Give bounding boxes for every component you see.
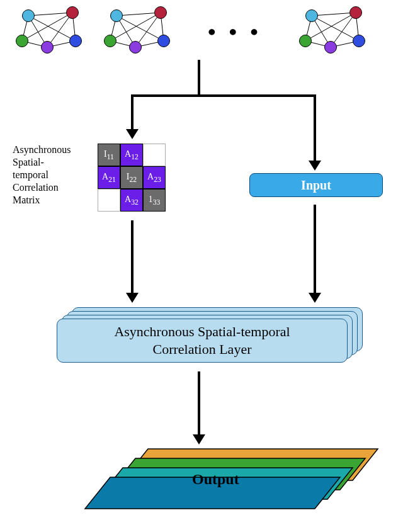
matrix-cell: A23 bbox=[143, 166, 166, 189]
matrix-cell bbox=[98, 189, 120, 212]
matrix-label-line: Asynchronous bbox=[13, 144, 71, 156]
arrow-input-head bbox=[309, 293, 321, 303]
matrix-cell: A12 bbox=[120, 144, 143, 166]
matrix-label-line: temporal bbox=[13, 169, 71, 181]
node bbox=[305, 9, 318, 22]
node bbox=[353, 35, 365, 47]
node bbox=[41, 41, 54, 54]
layer-front: Asynchronous Spatial-temporal Correlatio… bbox=[57, 319, 348, 363]
matrix-label: Asynchronous Spatial- temporal Correlati… bbox=[13, 144, 71, 207]
arrow-left-head bbox=[126, 129, 139, 139]
graph-2 bbox=[101, 6, 176, 63]
matrix-cell: I11 bbox=[98, 144, 120, 166]
matrix-label-line: Matrix bbox=[13, 194, 71, 207]
arrow-down-1 bbox=[198, 60, 200, 94]
layer-label: Asynchronous Spatial-temporal Correlatio… bbox=[114, 323, 290, 358]
correlation-matrix: I11 A12 A21 I22 A23 A32 133 bbox=[98, 144, 166, 212]
graph-1 bbox=[13, 6, 88, 63]
matrix-cell: 133 bbox=[143, 189, 166, 212]
node bbox=[110, 9, 123, 22]
node bbox=[22, 9, 35, 22]
arrow-matrix-head bbox=[126, 293, 139, 303]
arrow-to-output bbox=[198, 371, 200, 434]
arrow-right-down bbox=[314, 94, 316, 161]
matrix-label-line: Spatial- bbox=[13, 156, 71, 169]
arrow-to-output-head bbox=[193, 434, 205, 444]
arrow-matrix-down bbox=[131, 220, 133, 293]
node bbox=[104, 35, 116, 47]
matrix-cell: A32 bbox=[120, 189, 143, 212]
layer-stack: Asynchronous Spatial-temporal Correlatio… bbox=[57, 307, 359, 364]
graph-3 bbox=[296, 6, 372, 63]
svg-line-3 bbox=[28, 16, 76, 41]
matrix-cell: A21 bbox=[98, 166, 120, 189]
matrix-cell: I22 bbox=[120, 166, 143, 189]
node bbox=[129, 41, 142, 54]
node bbox=[69, 35, 82, 47]
node bbox=[324, 41, 337, 54]
ellipsis: • • • bbox=[208, 19, 262, 45]
node bbox=[349, 6, 362, 19]
output-label: Output bbox=[192, 471, 239, 488]
matrix-label-line: Correlation bbox=[13, 181, 71, 194]
input-box: Input bbox=[249, 173, 383, 197]
node bbox=[299, 35, 312, 47]
arrow-input-down bbox=[314, 205, 316, 293]
node bbox=[154, 6, 167, 19]
split-bar bbox=[131, 94, 316, 97]
matrix-cell bbox=[143, 144, 166, 166]
node bbox=[157, 35, 170, 47]
svg-line-12 bbox=[116, 16, 164, 41]
arrow-left-down bbox=[131, 94, 133, 129]
output-stack: Output bbox=[44, 446, 378, 515]
node bbox=[66, 6, 79, 19]
arrow-right-head bbox=[309, 161, 321, 171]
node bbox=[16, 35, 28, 47]
svg-line-21 bbox=[312, 16, 359, 41]
input-label: Input bbox=[301, 178, 331, 193]
diagram-container: • • • Asynchronous Spatial- temporal Co bbox=[6, 6, 397, 532]
